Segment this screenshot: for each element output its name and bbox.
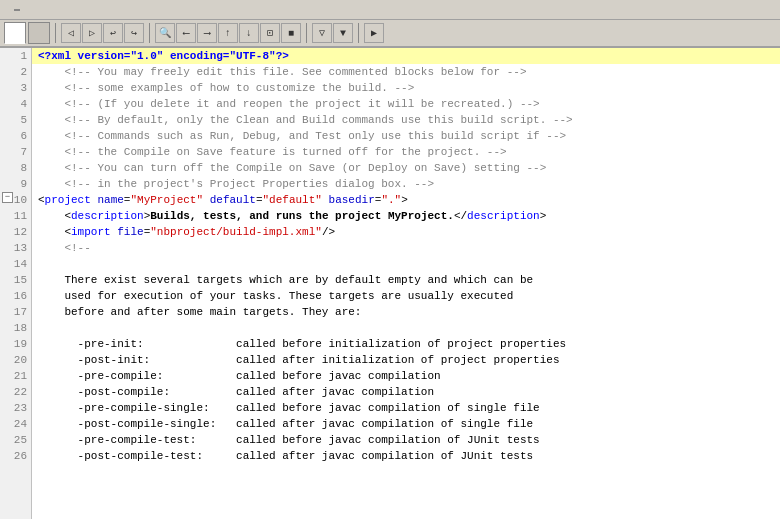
line-number-12: 12 <box>0 224 31 240</box>
code-line-12: <import file="nbproject/build-impl.xml"/… <box>32 224 780 240</box>
line-number-18: 18 <box>0 320 31 336</box>
code-line-2: <!-- You may freely edit this file. See … <box>32 64 780 80</box>
toolbar-separator-4 <box>358 23 359 43</box>
code-line-11: <description>Builds, tests, and runs the… <box>32 208 780 224</box>
code-line-7: <!-- the Compile on Save feature is turn… <box>32 144 780 160</box>
toolbar-btn-marks[interactable]: ⊡ <box>260 23 280 43</box>
line-number-4: 4 <box>0 96 31 112</box>
code-line-25: -pre-compile-test: called before javac c… <box>32 432 780 448</box>
code-line-24: -post-compile-single: called after javac… <box>32 416 780 432</box>
code-line-19: -pre-init: called before initialization … <box>32 336 780 352</box>
line-number-3: 3 <box>0 80 31 96</box>
line-number-20: 20 <box>0 352 31 368</box>
toolbar-group-3: ▽ ▼ <box>312 23 353 43</box>
line-number-22: 22 <box>0 384 31 400</box>
line-number-24: 24 <box>0 416 31 432</box>
toolbar-btn-prev[interactable]: ◁ <box>61 23 81 43</box>
code-line-1: <?xml version="1.0" encoding="UTF-8"?> <box>32 48 780 64</box>
toolbar-btn-next[interactable]: ▷ <box>82 23 102 43</box>
code-area[interactable]: <?xml version="1.0" encoding="UTF-8"?> <… <box>32 48 780 519</box>
code-line-21: -pre-compile: called before javac compil… <box>32 368 780 384</box>
line-number-7: 7 <box>0 144 31 160</box>
line-number-14: 14 <box>0 256 31 272</box>
code-line-3: <!-- some examples of how to customize t… <box>32 80 780 96</box>
toolbar-btn-down[interactable]: ↓ <box>239 23 259 43</box>
line-number-6: 6 <box>0 128 31 144</box>
line-number-10: 10 <box>0 192 31 208</box>
code-line-23: -pre-compile-single: called before javac… <box>32 400 780 416</box>
code-line-22: -post-compile: called after javac compil… <box>32 384 780 400</box>
toolbar-btn-arrow-down[interactable]: ▼ <box>333 23 353 43</box>
code-line-6: <!-- Commands such as Run, Debug, and Te… <box>32 128 780 144</box>
toolbar-btn-redo[interactable]: ↪ <box>124 23 144 43</box>
code-line-18 <box>32 320 780 336</box>
toolbar-btn-stop[interactable]: ■ <box>281 23 301 43</box>
title-bar <box>0 0 780 20</box>
line-number-9: 9 <box>0 176 31 192</box>
toolbar-group-1: ◁ ▷ ↩ ↪ <box>61 23 144 43</box>
line-number-13: 13 <box>0 240 31 256</box>
toolbar-separator-3 <box>306 23 307 43</box>
code-line-8: <!-- You can turn off the Compile on Sav… <box>32 160 780 176</box>
line-number-11: 11 <box>0 208 31 224</box>
line-number-23: 23 <box>0 400 31 416</box>
toolbar-btn-search[interactable]: 🔍 <box>155 23 175 43</box>
close-icon[interactable] <box>14 9 20 11</box>
code-line-4: <!-- (If you delete it and reopen the pr… <box>32 96 780 112</box>
code-line-14 <box>32 256 780 272</box>
toolbar-btn-up[interactable]: ↑ <box>218 23 238 43</box>
toolbar-separator <box>55 23 56 43</box>
line-number-19: 19 <box>0 336 31 352</box>
line-number-16: 16 <box>0 288 31 304</box>
toolbar: ◁ ▷ ↩ ↪ 🔍 ⟵ ⟶ ↑ ↓ ⊡ ■ ▽ ▼ ▶ <box>0 20 780 48</box>
line-numbers: 1234567891011121314151617181920212223242… <box>0 48 32 519</box>
toolbar-btn-play[interactable]: ▶ <box>364 23 384 43</box>
code-line-17: before and after some main targets. They… <box>32 304 780 320</box>
line-number-15: 15 <box>0 272 31 288</box>
line-number-1: 1 <box>0 48 31 64</box>
tab-source[interactable] <box>4 22 26 44</box>
code-line-20: -post-init: called after initialization … <box>32 352 780 368</box>
toolbar-btn-undo[interactable]: ↩ <box>103 23 123 43</box>
line-number-8: 8 <box>0 160 31 176</box>
toolbar-btn-left[interactable]: ⟵ <box>176 23 196 43</box>
editor: 1234567891011121314151617181920212223242… <box>0 48 780 519</box>
toolbar-group-2: 🔍 ⟵ ⟶ ↑ ↓ ⊡ ■ <box>155 23 301 43</box>
toolbar-btn-right[interactable]: ⟶ <box>197 23 217 43</box>
line-number-26: 26 <box>0 448 31 464</box>
line-number-2: 2 <box>0 64 31 80</box>
tab-history[interactable] <box>28 22 50 44</box>
code-line-15: There exist several targets which are by… <box>32 272 780 288</box>
code-line-10: <project name="MyProject" default="defau… <box>32 192 780 208</box>
line-number-25: 25 <box>0 432 31 448</box>
toolbar-separator-2 <box>149 23 150 43</box>
code-line-5: <!-- By default, only the Clean and Buil… <box>32 112 780 128</box>
line-number-5: 5 <box>0 112 31 128</box>
line-number-21: 21 <box>0 368 31 384</box>
code-line-9: <!-- in the project's Project Properties… <box>32 176 780 192</box>
code-line-13: <!-- <box>32 240 780 256</box>
line-number-17: 17 <box>0 304 31 320</box>
code-line-26: -post-compile-test: called after javac c… <box>32 448 780 464</box>
toolbar-btn-check-down[interactable]: ▽ <box>312 23 332 43</box>
code-line-16: used for execution of your tasks. These … <box>32 288 780 304</box>
